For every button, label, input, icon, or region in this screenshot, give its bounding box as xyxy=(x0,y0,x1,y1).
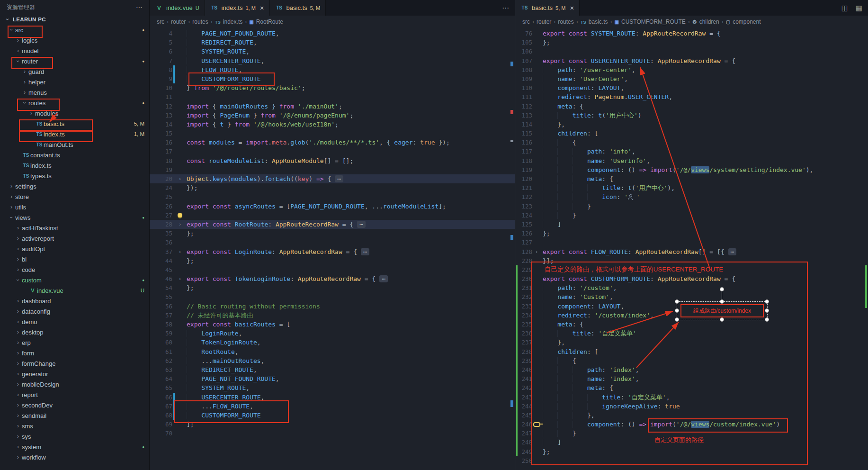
code-line-55[interactable]: 55 xyxy=(150,292,515,301)
code-line-109[interactable]: 109 name: 'UserCenter', xyxy=(515,74,868,83)
folded-code-icon[interactable]: ⋯ xyxy=(357,221,366,228)
tree-item-custom[interactable]: ›custom● xyxy=(0,275,149,285)
fold-chevron-icon[interactable]: › xyxy=(175,274,185,283)
chevron-right-icon[interactable]: › xyxy=(8,183,15,190)
code-line-28[interactable]: 28›export const RootRoute: AppRouteRecor… xyxy=(150,220,515,229)
code-line-4[interactable]: 4 PAGE_NOT_FOUND_ROUTE, xyxy=(150,29,515,38)
tree-item-system[interactable]: ›system● xyxy=(0,442,149,452)
code-line-250[interactable]: 250 xyxy=(515,456,868,465)
tree-item-routes[interactable]: ›routes● xyxy=(0,98,149,108)
code-line-6[interactable]: 6 SYSTEM_ROUTE, xyxy=(150,47,515,56)
chevron-right-icon[interactable]: › xyxy=(14,308,22,315)
tree-item-index.ts[interactable]: TSindex.ts xyxy=(0,160,149,171)
code-line-245[interactable]: 245 }, xyxy=(515,411,868,420)
breadcrumb-item-basic.ts[interactable]: basic.ts xyxy=(589,18,608,25)
code-line-105[interactable]: 105}; xyxy=(515,38,868,47)
breadcrumb-item-src[interactable]: src xyxy=(157,18,164,25)
tree-item-sys[interactable]: ›sys xyxy=(0,431,149,442)
breadcrumb-item-CUSTOMFORM_ROUTE[interactable]: CUSTOMFORM_ROUTE xyxy=(621,18,686,25)
fold-chevron-icon[interactable]: › xyxy=(532,247,541,256)
folded-code-icon[interactable]: ⋯ xyxy=(335,175,343,182)
code-line-116[interactable]: 116 { xyxy=(515,138,868,147)
tree-item-views[interactable]: ›views● xyxy=(0,212,149,223)
code-line-15[interactable]: 15 xyxy=(150,129,515,138)
code-line-118[interactable]: 118 name: 'UserInfo', xyxy=(515,156,868,165)
chevron-right-icon[interactable]: › xyxy=(14,391,22,398)
close-icon[interactable]: × xyxy=(570,4,574,11)
chevron-right-icon[interactable]: › xyxy=(14,371,22,377)
chevron-right-icon[interactable]: › xyxy=(14,423,22,429)
code-line-66[interactable]: 66 USERCENTER_ROUTE, xyxy=(150,393,515,402)
code-line-110[interactable]: 110 component: LAYOUT, xyxy=(515,83,868,92)
tree-item-index.vue[interactable]: Vindex.vueU xyxy=(0,285,149,296)
code-line-24[interactable]: 24}); xyxy=(150,183,515,192)
code-line-70[interactable]: 70 xyxy=(150,429,515,438)
code-line-128[interactable]: 128›export const FLOW_ROUTE: AppRouteRec… xyxy=(515,247,868,256)
tree-item-workflow[interactable]: ›workflow xyxy=(0,452,149,462)
chevron-right-icon[interactable]: › xyxy=(14,350,22,356)
breadcrumb-item-src[interactable]: src xyxy=(522,18,530,25)
chevron-right-icon[interactable]: › xyxy=(14,266,22,273)
code-line-243[interactable]: 243 title: '自定义菜单', xyxy=(515,393,868,402)
code-line-54[interactable]: 54}; xyxy=(150,283,515,292)
code-line-124[interactable]: 124 } xyxy=(515,211,868,220)
tree-item-generator[interactable]: ›generator xyxy=(0,369,149,379)
breadcrumb-item-routes[interactable]: routes xyxy=(192,18,208,25)
code-line-230[interactable]: 230export const CUSTOMFORM_ROUTE: AppRou… xyxy=(515,274,868,283)
code-line-63[interactable]: 63 REDIRECT_ROUTE, xyxy=(150,365,515,374)
code-line-36[interactable]: 36 xyxy=(150,238,515,247)
code-line-107[interactable]: 107export const USERCENTER_ROUTE: AppRou… xyxy=(515,56,868,65)
code-line-46[interactable]: 46›export const TokenLoginRoute: AppRout… xyxy=(150,274,515,283)
chevron-right-icon[interactable]: › xyxy=(14,318,22,325)
code-line-60[interactable]: 60 TokenLoginRoute, xyxy=(150,338,515,347)
tree-item-activereport[interactable]: ›activereport xyxy=(0,233,149,244)
tree-item-mobileDesign[interactable]: ›mobileDesign xyxy=(0,379,149,389)
code-line-121[interactable]: 121 title: t('用户中心'), xyxy=(515,183,868,192)
code-line-235[interactable]: 235 meta: { xyxy=(515,320,868,329)
tree-item-demo[interactable]: ›demo xyxy=(0,316,149,327)
code-line-232[interactable]: 232 name: 'Custom', xyxy=(515,292,868,301)
code-line-123[interactable]: 123 } xyxy=(515,202,868,211)
chevron-right-icon[interactable]: › xyxy=(21,68,28,75)
chevron-right-icon[interactable]: › xyxy=(14,256,22,262)
tree-item-code[interactable]: ›code xyxy=(0,264,149,275)
code-line-59[interactable]: 59 LoginRoute, xyxy=(150,329,515,338)
chevron-right-icon[interactable]: › xyxy=(14,225,22,231)
tree-item-sms[interactable]: ›sms xyxy=(0,421,149,431)
tree-item-mainOut.ts[interactable]: TSmainOut.ts xyxy=(0,139,149,150)
code-line-115[interactable]: 115 children: [ xyxy=(515,129,868,138)
folded-code-icon[interactable]: ⋯ xyxy=(379,275,388,282)
code-line-111[interactable]: 111 redirect: PageEnum.USER_CENTER, xyxy=(515,92,868,101)
chevron-right-icon[interactable]: › xyxy=(14,443,22,450)
code-line-44[interactable]: 44}; xyxy=(150,256,515,265)
code-line-12[interactable]: 12import { mainOutRoutes } from './mainO… xyxy=(150,102,515,111)
folded-code-icon[interactable]: ⋯ xyxy=(728,248,737,255)
code-line-67[interactable]: 67 ...FLOW_ROUTE, xyxy=(150,402,515,411)
chevron-down-icon[interactable]: › xyxy=(8,26,15,34)
chevron-right-icon[interactable]: › xyxy=(21,79,28,85)
code-line-5[interactable]: 5 REDIRECT_ROUTE, xyxy=(150,38,515,47)
code-line-247[interactable]: 247 } xyxy=(515,429,868,438)
chevron-right-icon[interactable]: › xyxy=(14,360,22,367)
code-line-246[interactable]: 246 component: () => import('/@/views/cu… xyxy=(515,420,868,429)
code-line-62[interactable]: 62 ...mainOutRoutes, xyxy=(150,356,515,365)
code-line-229[interactable]: 229 xyxy=(515,265,868,274)
tree-item-secondDev[interactable]: ›secondDev xyxy=(0,400,149,410)
chevron-right-icon[interactable]: › xyxy=(14,47,22,54)
chevron-down-icon[interactable]: › xyxy=(15,57,21,65)
code-line-56[interactable]: 56// Basic routing without permissions xyxy=(150,302,515,311)
breadcrumb-item-routes[interactable]: routes xyxy=(558,18,573,25)
code-line-233[interactable]: 233 component: LAYOUT, xyxy=(515,302,868,311)
code-line-11[interactable]: 11 xyxy=(150,92,515,101)
code-line-237[interactable]: 237 }, xyxy=(515,338,868,347)
tree-item-settings[interactable]: ›settings xyxy=(0,181,149,191)
tree-item-modules[interactable]: ›modules xyxy=(0,108,149,118)
code-line-126[interactable]: 126}; xyxy=(515,229,868,238)
code-line-61[interactable]: 61 RootRoute, xyxy=(150,347,515,356)
code-line-16[interactable]: 16const modules = import.meta.glob('./mo… xyxy=(150,138,515,147)
code-line-117[interactable]: 117 path: 'info', xyxy=(515,147,868,156)
close-icon[interactable]: × xyxy=(260,4,264,11)
chevron-right-icon[interactable]: › xyxy=(14,298,22,304)
chevron-right-icon[interactable]: › xyxy=(14,402,22,408)
folded-code-icon[interactable]: ⋯ xyxy=(361,248,369,255)
